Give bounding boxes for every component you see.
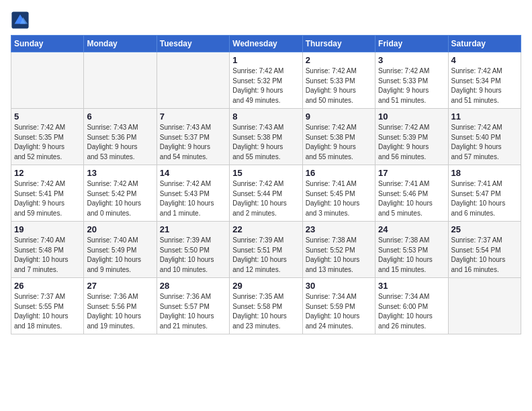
week-row-3: 12Sunrise: 7:42 AM Sunset: 5:41 PM Dayli… bbox=[11, 165, 521, 222]
calendar-cell: 21Sunrise: 7:39 AM Sunset: 5:50 PM Dayli… bbox=[157, 222, 229, 278]
calendar-cell: 25Sunrise: 7:37 AM Sunset: 5:54 PM Dayli… bbox=[448, 222, 521, 278]
calendar-table: SundayMondayTuesdayWednesdayThursdayFrid… bbox=[11, 35, 521, 334]
day-number: 29 bbox=[232, 281, 299, 291]
calendar-cell: 4Sunrise: 7:42 AM Sunset: 5:34 PM Daylig… bbox=[448, 52, 521, 109]
calendar-cell: 19Sunrise: 7:40 AM Sunset: 5:48 PM Dayli… bbox=[11, 222, 84, 278]
day-info: Sunrise: 7:41 AM Sunset: 5:45 PM Dayligh… bbox=[306, 179, 372, 218]
calendar-cell: 5Sunrise: 7:42 AM Sunset: 5:35 PM Daylig… bbox=[11, 109, 84, 165]
weekday-header-saturday: Saturday bbox=[448, 36, 521, 52]
day-info: Sunrise: 7:41 AM Sunset: 5:47 PM Dayligh… bbox=[451, 179, 518, 218]
day-number: 30 bbox=[306, 281, 372, 291]
day-info: Sunrise: 7:42 AM Sunset: 5:39 PM Dayligh… bbox=[378, 123, 445, 162]
calendar-cell: 28Sunrise: 7:36 AM Sunset: 5:57 PM Dayli… bbox=[157, 278, 229, 334]
calendar-cell: 13Sunrise: 7:42 AM Sunset: 5:42 PM Dayli… bbox=[84, 165, 157, 222]
day-number: 21 bbox=[160, 224, 226, 234]
weekday-header-thursday: Thursday bbox=[302, 36, 375, 52]
logo bbox=[11, 11, 32, 30]
day-info: Sunrise: 7:42 AM Sunset: 5:44 PM Dayligh… bbox=[232, 179, 299, 218]
day-info: Sunrise: 7:35 AM Sunset: 5:58 PM Dayligh… bbox=[232, 292, 299, 331]
day-info: Sunrise: 7:40 AM Sunset: 5:49 PM Dayligh… bbox=[87, 236, 153, 275]
day-number: 25 bbox=[451, 224, 518, 234]
day-number: 20 bbox=[87, 224, 153, 234]
day-info: Sunrise: 7:39 AM Sunset: 5:50 PM Dayligh… bbox=[160, 236, 226, 275]
week-row-5: 26Sunrise: 7:37 AM Sunset: 5:55 PM Dayli… bbox=[11, 278, 521, 334]
calendar-cell: 2Sunrise: 7:42 AM Sunset: 5:33 PM Daylig… bbox=[302, 52, 375, 109]
day-number: 3 bbox=[378, 55, 445, 65]
day-number: 18 bbox=[451, 168, 518, 178]
day-info: Sunrise: 7:39 AM Sunset: 5:51 PM Dayligh… bbox=[232, 236, 299, 275]
day-info: Sunrise: 7:43 AM Sunset: 5:38 PM Dayligh… bbox=[232, 123, 299, 162]
day-number: 8 bbox=[232, 111, 299, 122]
day-info: Sunrise: 7:42 AM Sunset: 5:41 PM Dayligh… bbox=[14, 179, 81, 218]
calendar-cell: 3Sunrise: 7:42 AM Sunset: 5:33 PM Daylig… bbox=[375, 52, 448, 109]
day-info: Sunrise: 7:42 AM Sunset: 5:43 PM Dayligh… bbox=[160, 179, 226, 218]
calendar-cell: 23Sunrise: 7:38 AM Sunset: 5:52 PM Dayli… bbox=[302, 222, 375, 278]
calendar-cell: 15Sunrise: 7:42 AM Sunset: 5:44 PM Dayli… bbox=[230, 165, 302, 222]
day-info: Sunrise: 7:42 AM Sunset: 5:34 PM Dayligh… bbox=[451, 66, 518, 105]
calendar-cell: 1Sunrise: 7:42 AM Sunset: 5:32 PM Daylig… bbox=[230, 52, 302, 109]
day-info: Sunrise: 7:42 AM Sunset: 5:33 PM Dayligh… bbox=[378, 66, 445, 105]
weekday-header-sunday: Sunday bbox=[11, 36, 84, 52]
calendar-cell: 29Sunrise: 7:35 AM Sunset: 5:58 PM Dayli… bbox=[230, 278, 302, 334]
day-number: 22 bbox=[232, 224, 299, 234]
day-number: 16 bbox=[306, 168, 372, 178]
day-info: Sunrise: 7:41 AM Sunset: 5:46 PM Dayligh… bbox=[378, 179, 445, 218]
calendar-cell: 14Sunrise: 7:42 AM Sunset: 5:43 PM Dayli… bbox=[157, 165, 229, 222]
calendar-cell: 16Sunrise: 7:41 AM Sunset: 5:45 PM Dayli… bbox=[302, 165, 375, 222]
calendar-cell: 27Sunrise: 7:36 AM Sunset: 5:56 PM Dayli… bbox=[84, 278, 157, 334]
day-number: 31 bbox=[378, 281, 445, 291]
day-number: 27 bbox=[87, 281, 153, 291]
calendar-cell: 30Sunrise: 7:34 AM Sunset: 5:59 PM Dayli… bbox=[302, 278, 375, 334]
calendar-cell: 31Sunrise: 7:34 AM Sunset: 6:00 PM Dayli… bbox=[375, 278, 448, 334]
weekday-header-wednesday: Wednesday bbox=[230, 36, 302, 52]
calendar-cell: 18Sunrise: 7:41 AM Sunset: 5:47 PM Dayli… bbox=[448, 165, 521, 222]
calendar-cell bbox=[84, 52, 157, 109]
page-header bbox=[11, 11, 521, 30]
day-info: Sunrise: 7:42 AM Sunset: 5:32 PM Dayligh… bbox=[232, 66, 299, 105]
calendar-cell: 7Sunrise: 7:43 AM Sunset: 5:37 PM Daylig… bbox=[157, 109, 229, 165]
weekday-header-friday: Friday bbox=[375, 36, 448, 52]
day-number: 1 bbox=[232, 55, 299, 65]
day-number: 2 bbox=[306, 55, 372, 65]
day-number: 24 bbox=[378, 224, 445, 234]
calendar-cell: 8Sunrise: 7:43 AM Sunset: 5:38 PM Daylig… bbox=[230, 109, 302, 165]
day-number: 17 bbox=[378, 168, 445, 178]
calendar-cell: 22Sunrise: 7:39 AM Sunset: 5:51 PM Dayli… bbox=[230, 222, 302, 278]
day-info: Sunrise: 7:43 AM Sunset: 5:37 PM Dayligh… bbox=[160, 123, 226, 162]
day-info: Sunrise: 7:37 AM Sunset: 5:54 PM Dayligh… bbox=[451, 236, 518, 275]
weekday-header-tuesday: Tuesday bbox=[157, 36, 229, 52]
day-number: 9 bbox=[306, 111, 372, 122]
day-number: 6 bbox=[87, 111, 153, 122]
day-number: 4 bbox=[451, 55, 518, 65]
weekday-header-row: SundayMondayTuesdayWednesdayThursdayFrid… bbox=[11, 36, 521, 52]
day-number: 5 bbox=[14, 111, 81, 122]
calendar-cell: 9Sunrise: 7:42 AM Sunset: 5:38 PM Daylig… bbox=[302, 109, 375, 165]
calendar-cell: 20Sunrise: 7:40 AM Sunset: 5:49 PM Dayli… bbox=[84, 222, 157, 278]
day-number: 28 bbox=[160, 281, 226, 291]
weekday-header-monday: Monday bbox=[84, 36, 157, 52]
calendar-cell bbox=[11, 52, 84, 109]
logo-icon bbox=[11, 11, 30, 30]
day-number: 26 bbox=[14, 281, 81, 291]
day-info: Sunrise: 7:34 AM Sunset: 5:59 PM Dayligh… bbox=[306, 292, 372, 331]
day-info: Sunrise: 7:36 AM Sunset: 5:57 PM Dayligh… bbox=[160, 292, 226, 331]
day-number: 19 bbox=[14, 224, 81, 234]
day-number: 13 bbox=[87, 168, 153, 178]
day-number: 23 bbox=[306, 224, 372, 234]
day-info: Sunrise: 7:40 AM Sunset: 5:48 PM Dayligh… bbox=[14, 236, 81, 275]
calendar-cell bbox=[448, 278, 521, 334]
calendar-cell: 6Sunrise: 7:43 AM Sunset: 5:36 PM Daylig… bbox=[84, 109, 157, 165]
day-number: 15 bbox=[232, 168, 299, 178]
day-info: Sunrise: 7:43 AM Sunset: 5:36 PM Dayligh… bbox=[87, 123, 153, 162]
day-info: Sunrise: 7:34 AM Sunset: 6:00 PM Dayligh… bbox=[378, 292, 445, 331]
day-number: 7 bbox=[160, 111, 226, 122]
calendar-cell: 11Sunrise: 7:42 AM Sunset: 5:40 PM Dayli… bbox=[448, 109, 521, 165]
calendar-cell bbox=[157, 52, 229, 109]
day-number: 10 bbox=[378, 111, 445, 122]
calendar-cell: 26Sunrise: 7:37 AM Sunset: 5:55 PM Dayli… bbox=[11, 278, 84, 334]
day-info: Sunrise: 7:42 AM Sunset: 5:38 PM Dayligh… bbox=[306, 123, 372, 162]
calendar-cell: 17Sunrise: 7:41 AM Sunset: 5:46 PM Dayli… bbox=[375, 165, 448, 222]
day-info: Sunrise: 7:42 AM Sunset: 5:40 PM Dayligh… bbox=[451, 123, 518, 162]
week-row-1: 1Sunrise: 7:42 AM Sunset: 5:32 PM Daylig… bbox=[11, 52, 521, 109]
day-number: 14 bbox=[160, 168, 226, 178]
